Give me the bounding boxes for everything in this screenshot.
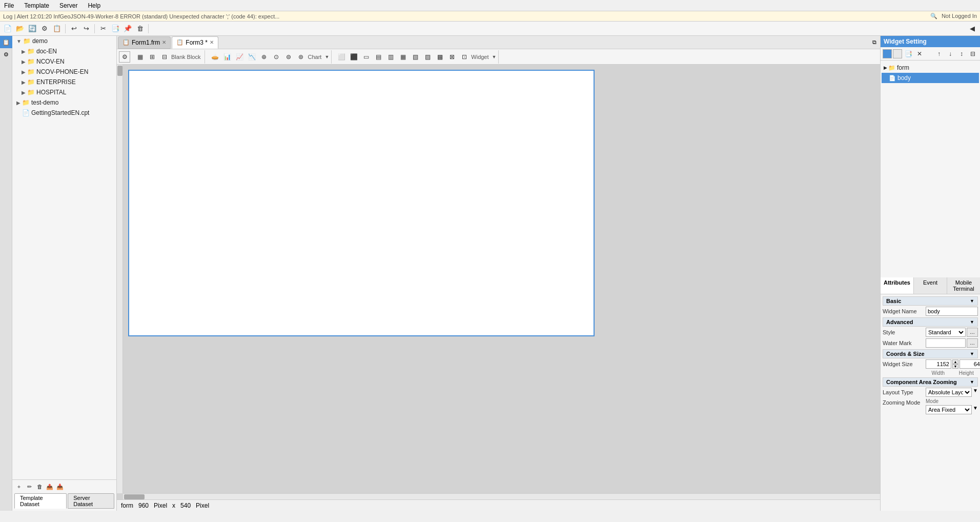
rp-down-button[interactable]: ↓ <box>945 49 955 59</box>
tree-item-ncov-en[interactable]: ▶ 📁 NCOV-EN <box>12 56 116 67</box>
widget-btn9[interactable]: ▩ <box>434 51 445 63</box>
template-dataset-tab[interactable]: Template Dataset <box>14 493 67 509</box>
copy-button[interactable]: 📑 <box>110 23 121 34</box>
layout-type-dropdown-arrow[interactable]: ▼ <box>973 388 978 397</box>
tree-item-enterprise[interactable]: ▶ 📁 ENTERPRISE <box>12 77 116 87</box>
tab-mobile-terminal[interactable]: Mobile Terminal <box>947 277 980 294</box>
blank-block-btn3[interactable]: ⊟ <box>159 51 170 63</box>
rt-item-form[interactable]: ▶ 📁 form <box>882 63 979 73</box>
new-button[interactable]: 📄 <box>2 23 13 34</box>
tab-attributes[interactable]: Attributes <box>881 277 914 294</box>
widget-btn11[interactable]: ⊡ <box>459 51 470 63</box>
close-tab-form1[interactable]: ✕ <box>162 39 166 45</box>
chart-btn-bar[interactable]: 📊 <box>221 51 233 63</box>
widget-dropdown-arrow[interactable]: ▼ <box>492 54 497 59</box>
blank-block-btn1[interactable]: ▦ <box>134 51 146 63</box>
chart-btn-pie[interactable]: 🥧 <box>209 51 220 63</box>
delete-dataset-button[interactable]: 🗑 <box>35 482 44 491</box>
edit-dataset-button[interactable]: ✏ <box>25 482 34 491</box>
import-dataset-button[interactable]: 📥 <box>55 482 65 491</box>
chart-btn-extra[interactable]: ⊛ <box>295 51 307 63</box>
tab-event[interactable]: Event <box>914 277 947 294</box>
chart-btn-line[interactable]: 📈 <box>234 51 245 63</box>
tab-form3[interactable]: 📋 Form3 * ✕ <box>172 36 218 49</box>
layout-type-select[interactable]: Absolute Layout <box>926 388 972 397</box>
rp-collapse-button[interactable]: ⊟ <box>968 49 978 59</box>
form-canvas[interactable] <box>128 70 595 336</box>
tree-item-getting-started[interactable]: ▶ 📄 GettingStartedEN.cpt <box>12 108 116 118</box>
rp-up-button[interactable]: ↑ <box>934 49 944 59</box>
basic-section-header[interactable]: Basic ▼ <box>883 296 978 306</box>
width-decrement[interactable]: ▼ <box>952 364 958 369</box>
cut-button[interactable]: ✂ <box>97 23 109 34</box>
tree-item-ncov-phone-en[interactable]: ▶ 📁 NCOV-PHONE-EN <box>12 67 116 77</box>
refresh-button[interactable]: 🔄 <box>27 23 38 34</box>
component-area-zooming-header[interactable]: Component Area Zooming ▼ <box>883 377 978 387</box>
rp-copy-button[interactable]: 📑 <box>903 49 913 59</box>
widget-btn7[interactable]: ▧ <box>410 51 421 63</box>
search-icon[interactable]: 🔍 <box>930 13 937 19</box>
watermark-more-button[interactable]: … <box>967 338 978 348</box>
sidebar-params-icon[interactable]: ⚙ <box>0 48 12 61</box>
tree-arrow-demo: ▼ <box>16 38 22 44</box>
canvas-scroll-vertical[interactable] <box>117 65 123 493</box>
coords-size-section-header[interactable]: Coords & Size ▼ <box>883 349 978 358</box>
paste-button[interactable]: 📌 <box>122 23 133 34</box>
width-increment[interactable]: ▲ <box>952 359 958 364</box>
canvas-scroll-horizontal[interactable] <box>123 493 880 499</box>
dataset-toolbar: + ✏ 🗑 📤 📥 <box>14 482 114 491</box>
icon-btn-2[interactable]: 📋 <box>51 23 63 34</box>
chart-btn-scatter[interactable]: ⊕ <box>258 51 270 63</box>
parameters-button[interactable]: ⚙ <box>119 51 130 63</box>
watermark-input[interactable] <box>926 338 966 348</box>
widget-btn6[interactable]: ▦ <box>397 51 409 63</box>
close-tab-form3[interactable]: ✕ <box>210 39 214 45</box>
collapse-sidebar-button[interactable]: ◀ <box>967 23 978 34</box>
tree-item-demo[interactable]: ▼ 📁 demo <box>12 36 116 46</box>
menu-template[interactable]: Template <box>22 1 51 10</box>
widget-btn8[interactable]: ▨ <box>422 51 433 63</box>
widget-name-input[interactable] <box>926 307 978 316</box>
chart-dropdown-arrow[interactable]: ▼ <box>324 54 329 59</box>
redo-button[interactable]: ↪ <box>80 23 92 34</box>
widget-btn5[interactable]: ▥ <box>385 51 396 63</box>
style-more-button[interactable]: … <box>967 328 978 337</box>
chart-btn-more[interactable]: ⊚ <box>283 51 294 63</box>
style-select[interactable]: Standard <box>926 328 966 337</box>
rp-expand-button[interactable]: ↕ <box>956 49 967 59</box>
add-dataset-button[interactable]: + <box>14 482 24 491</box>
delete-button[interactable]: 🗑 <box>134 23 146 34</box>
menu-help[interactable]: Help <box>86 1 103 10</box>
sidebar-form-icon[interactable]: 📋 <box>0 36 12 48</box>
undo-button[interactable]: ↩ <box>68 23 79 34</box>
server-dataset-tab[interactable]: Server Dataset <box>68 493 114 509</box>
tree-item-hospital[interactable]: ▶ 📁 HOSPITAL <box>12 87 116 97</box>
tab-form1[interactable]: 📋 Form1.frm ✕ <box>118 36 171 49</box>
chart-btn-area[interactable]: 📉 <box>246 51 257 63</box>
chart-btn-gauge[interactable]: ⊙ <box>271 51 282 63</box>
rp-icon-gray[interactable] <box>893 49 902 58</box>
tree-item-doc-en[interactable]: ▶ 📁 doc-EN <box>12 46 116 56</box>
widget-width-input[interactable] <box>926 359 951 369</box>
rp-delete-button[interactable]: ✕ <box>914 49 925 59</box>
widget-btn1[interactable]: ⬜ <box>336 51 347 63</box>
menu-server[interactable]: Server <box>57 1 79 10</box>
rt-item-body[interactable]: 📄 body <box>882 73 979 83</box>
not-logged-in: Not Logged In <box>942 13 977 19</box>
widget-btn10[interactable]: ⊠ <box>446 51 458 63</box>
open-button[interactable]: 📂 <box>14 23 26 34</box>
widget-height-input[interactable] <box>959 359 980 369</box>
tree-item-test-demo[interactable]: ▶ 📁 test-demo <box>12 97 116 108</box>
widget-btn4[interactable]: ▤ <box>373 51 384 63</box>
widget-btn2[interactable]: ⬛ <box>348 51 359 63</box>
rp-icon-blue[interactable] <box>883 49 892 58</box>
blank-block-btn2[interactable]: ⊞ <box>147 51 158 63</box>
zooming-mode-select[interactable]: Area Fixed <box>926 405 972 414</box>
zooming-mode-dropdown-arrow[interactable]: ▼ <box>973 405 978 414</box>
export-dataset-button[interactable]: 📤 <box>45 482 54 491</box>
menu-file[interactable]: File <box>2 1 16 10</box>
tab-restore-button[interactable]: ⧉ <box>870 38 879 47</box>
advanced-section-header[interactable]: Advanced ▼ <box>883 317 978 327</box>
widget-btn3[interactable]: ▭ <box>360 51 372 63</box>
icon-btn-1[interactable]: ⚙ <box>39 23 50 34</box>
